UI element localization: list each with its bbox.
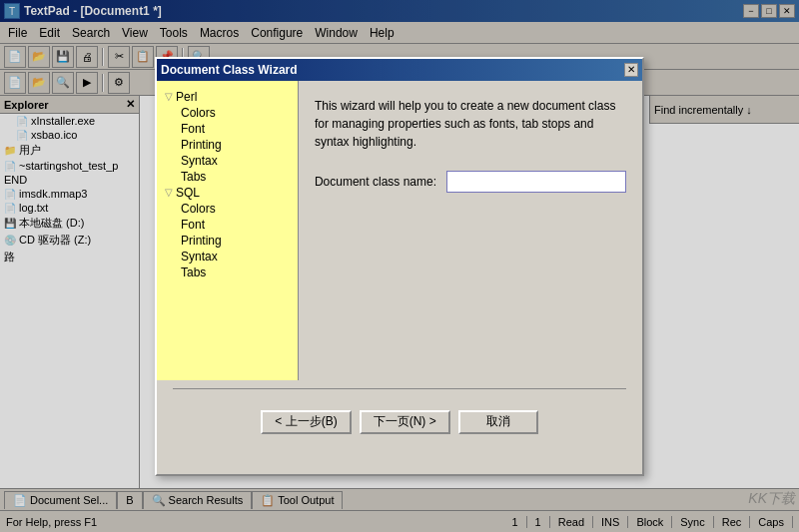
wizard-description: This wizard will help you to create a ne… — [315, 97, 626, 151]
document-class-name-field: Document class name: — [315, 171, 626, 193]
tree-item-label: SQL — [176, 186, 200, 200]
document-class-wizard-dialog: Document Class Wizard ✕ ▽ Perl Colors Fo… — [155, 57, 644, 476]
modal-title: Document Class Wizard — [161, 63, 298, 77]
tree-item-sql-printing[interactable]: Printing — [165, 233, 290, 249]
modal-tree-panel: ▽ Perl Colors Font Printing Syntax Tabs — [157, 81, 299, 380]
document-class-name-label: Document class name: — [315, 175, 436, 189]
modal-close-button[interactable]: ✕ — [624, 63, 638, 77]
tree-item-perl-tabs[interactable]: Tabs — [165, 169, 290, 185]
tree-expand-icon: ▽ — [165, 187, 173, 198]
tree-item-perl-printing[interactable]: Printing — [165, 137, 290, 153]
tree-item-label: Tabs — [181, 170, 206, 184]
tree-item-label: Syntax — [181, 154, 218, 168]
tree-item-label: Syntax — [181, 250, 218, 264]
tree-item-sql-colors[interactable]: Colors — [165, 201, 290, 217]
modal-overlay: Document Class Wizard ✕ ▽ Perl Colors Fo… — [0, 0, 799, 532]
tree-item-sql-font[interactable]: Font — [165, 217, 290, 233]
tree-item-label: Font — [181, 122, 205, 136]
tree-item-sql[interactable]: ▽ SQL — [165, 185, 290, 201]
modal-content-panel: This wizard will help you to create a ne… — [299, 81, 642, 380]
tree-item-perl-syntax[interactable]: Syntax — [165, 153, 290, 169]
next-button[interactable]: 下一页(N) > — [360, 410, 450, 434]
document-class-name-input[interactable] — [446, 171, 626, 193]
tree-item-sql-tabs[interactable]: Tabs — [165, 265, 290, 280]
tree-item-label: Font — [181, 218, 205, 232]
tree-item-label: Printing — [181, 234, 222, 248]
cancel-button[interactable]: 取消 — [458, 410, 538, 434]
tree-item-label: Tabs — [181, 266, 206, 279]
tree-item-label: Colors — [181, 202, 216, 216]
modal-body: ▽ Perl Colors Font Printing Syntax Tabs — [157, 81, 642, 380]
tree-expand-icon: ▽ — [165, 91, 173, 102]
modal-divider — [173, 388, 626, 389]
tree-item-perl[interactable]: ▽ Perl — [165, 89, 290, 105]
tree-item-perl-font[interactable]: Font — [165, 121, 290, 137]
tree-item-label: Printing — [181, 138, 222, 152]
tree-item-sql-syntax[interactable]: Syntax — [165, 249, 290, 265]
tree-item-perl-colors[interactable]: Colors — [165, 105, 290, 121]
tree-item-label: Perl — [176, 90, 197, 104]
modal-title-bar: Document Class Wizard ✕ — [157, 59, 642, 81]
back-button[interactable]: < 上一步(B) — [261, 410, 351, 434]
tree-item-label: Colors — [181, 106, 216, 120]
modal-footer: < 上一步(B) 下一页(N) > 取消 — [157, 397, 642, 447]
